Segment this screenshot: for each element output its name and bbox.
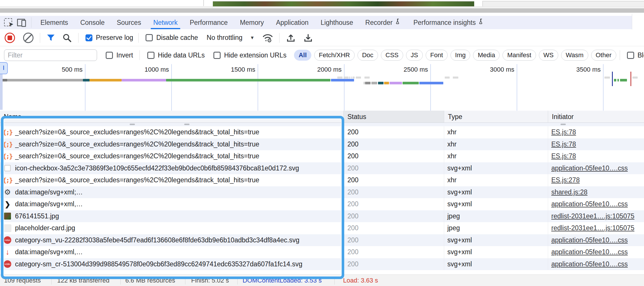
filter-funnel-icon[interactable] xyxy=(46,33,56,43)
waterfall-bar xyxy=(166,79,330,81)
initiator-link[interactable]: ES.js:78 xyxy=(551,128,576,136)
tab-recorder[interactable]: Recorder xyxy=(359,16,407,29)
xhr-icon: {;} xyxy=(4,129,11,136)
toolbar-separator xyxy=(279,33,280,43)
waterfall-bar xyxy=(419,82,443,84)
tab-network[interactable]: Network xyxy=(147,16,184,29)
table-row[interactable]: 676141551.jpg200jpegredlist-2031ee1….js:… xyxy=(0,210,644,222)
request-name-cell[interactable]: {;}_search?size=0&_source_excludes=range… xyxy=(0,138,343,151)
clear-icon[interactable] xyxy=(23,33,33,43)
device-toolbar-icon[interactable] xyxy=(17,18,27,27)
initiator-link[interactable]: ES.js:278 xyxy=(551,176,580,184)
type-cell: xhr xyxy=(444,126,548,138)
filter-chip-css[interactable]: CSS xyxy=(381,50,403,61)
page-divider-line xyxy=(203,0,204,6)
initiator-link[interactable]: application-05fee10….css xyxy=(551,248,628,256)
column-header-initiator[interactable]: Initiator xyxy=(548,111,644,123)
filter-chip-fetch-xhr[interactable]: Fetch/XHR xyxy=(314,50,355,61)
request-name-cell[interactable]: 676141551.jpg xyxy=(0,210,343,222)
waterfall-bar xyxy=(90,79,122,81)
request-name-cell[interactable]: icon-checkbox-3a52c3e73869f3e109c655ecfd… xyxy=(0,162,343,174)
request-name-cell[interactable]: placeholder-card.jpg xyxy=(0,222,343,234)
request-name-cell[interactable]: «CR»category-sm_cr-513004d399d988549578f… xyxy=(0,258,343,270)
disable-cache-label[interactable]: Disable cache xyxy=(156,34,198,42)
throttling-select[interactable]: No throttling xyxy=(207,34,243,42)
filter-chip-doc[interactable]: Doc xyxy=(358,50,378,61)
network-conditions-icon[interactable] xyxy=(262,33,273,43)
truncated-text-mark xyxy=(184,124,189,125)
tab-lighthouse[interactable]: Lighthouse xyxy=(314,16,359,29)
table-row[interactable]: «VU»category-sm_vu-22282f3038a5febe45df7… xyxy=(0,234,644,246)
tab-performance-insights[interactable]: Performance insights xyxy=(407,16,490,29)
export-har-icon[interactable] xyxy=(303,33,313,43)
devtools-drag-handle[interactable] xyxy=(0,8,644,13)
request-name-cell[interactable]: {;}_search?size=0&_source_excludes=range… xyxy=(0,174,343,186)
hide-data-urls-checkbox[interactable] xyxy=(147,52,155,59)
invert-checkbox[interactable] xyxy=(106,52,113,59)
filter-chip-img[interactable]: Img xyxy=(451,50,470,61)
xhr-icon-glyph: {;} xyxy=(3,177,12,184)
filter-chip-media[interactable]: Media xyxy=(473,50,500,61)
request-name: category-sm_vu-22282f3038a5febe45df7ead6… xyxy=(15,236,299,244)
filter-chip-other[interactable]: Other xyxy=(591,50,616,61)
chevron-down-icon[interactable]: ▼ xyxy=(250,35,255,40)
hide-extension-urls-checkbox[interactable] xyxy=(213,52,221,59)
blocked-response-label[interactable]: Blocked res xyxy=(638,51,644,59)
tab-application[interactable]: Application xyxy=(270,16,315,29)
tab-performance[interactable]: Performance xyxy=(184,16,234,29)
initiator-link[interactable]: redlist-2031ee1….js:105075 xyxy=(551,224,634,232)
hide-data-urls-label[interactable]: Hide data URLs xyxy=(158,51,205,59)
initiator-link[interactable]: ES.js:78 xyxy=(551,140,576,148)
request-name-cell[interactable]: «VU»category-sm_vu-22282f3038a5febe45df7… xyxy=(0,234,343,246)
table-row[interactable]: ❯data:image/svg+xml,…200svg+xmlapplicati… xyxy=(0,198,644,210)
column-header-name[interactable]: Name xyxy=(0,111,343,123)
table-row[interactable]: {;}_search?size=0&_source_excludes=range… xyxy=(0,126,644,138)
table-row[interactable]: ⚙data:image/svg+xml;…200svg+xmlshared.js… xyxy=(0,186,644,198)
table-row[interactable]: icon-checkbox-3a52c3e73869f3e109c655ecfd… xyxy=(0,162,644,174)
initiator-link[interactable]: application-05fee10….css xyxy=(551,236,628,244)
network-overview-timeline[interactable]: 500 ms1000 ms1500 ms2000 ms2500 ms3000 m… xyxy=(0,64,644,114)
search-icon[interactable] xyxy=(62,33,72,43)
request-name-cell[interactable]: ⚙data:image/svg+xml;… xyxy=(0,186,343,198)
invert-label[interactable]: Invert xyxy=(116,51,133,59)
request-name-cell[interactable]: {;}_search?size=0&_source_excludes=range… xyxy=(0,150,343,162)
filter-input[interactable] xyxy=(4,49,97,61)
table-row[interactable]: placeholder-card.jpg200jpegredlist-2031e… xyxy=(0,222,644,234)
preserve-log-checkbox[interactable] xyxy=(85,34,92,41)
request-name-cell[interactable]: ❯data:image/svg+xml,… xyxy=(0,198,343,210)
table-row[interactable]: {;}_search?size=0&_source_excludes=range… xyxy=(0,138,644,151)
filter-chip-js[interactable]: JS xyxy=(406,50,423,61)
filter-chip-ws[interactable]: WS xyxy=(539,50,558,61)
filter-chip-all[interactable]: All xyxy=(294,50,311,61)
initiator-link[interactable]: redlist-2031ee1….js:105075 xyxy=(551,212,634,220)
initiator-link[interactable]: application-05fee10….css xyxy=(551,164,628,172)
column-header-type[interactable]: Type xyxy=(444,111,548,123)
initiator-link[interactable]: application-05fee10….css xyxy=(551,200,628,208)
import-har-icon[interactable] xyxy=(286,33,296,43)
request-name-cell[interactable]: {;}_search?size=0&_source_excludes=range… xyxy=(0,126,343,138)
table-row[interactable]: {;}_search?size=0&_source_excludes=range… xyxy=(0,150,644,162)
table-row[interactable]: ↓data:image/svg+xml,…200svg+xmlapplicati… xyxy=(0,246,644,258)
tab-memory[interactable]: Memory xyxy=(234,16,270,29)
record-icon[interactable] xyxy=(5,33,15,43)
filter-chip-font[interactable]: Font xyxy=(426,50,448,61)
request-name-cell[interactable]: ↓data:image/svg+xml,… xyxy=(0,246,343,258)
initiator-link[interactable]: shared.js:28 xyxy=(551,188,587,196)
overview-left-handle[interactable] xyxy=(0,73,3,110)
inspect-element-icon[interactable]: ➤ xyxy=(3,18,13,27)
tab-sources[interactable]: Sources xyxy=(111,16,147,29)
disable-cache-checkbox[interactable] xyxy=(146,34,153,41)
blocked-response-checkbox[interactable] xyxy=(627,52,634,59)
timeline-gridline xyxy=(258,64,258,114)
column-header-status[interactable]: Status xyxy=(343,111,444,123)
tab-console[interactable]: Console xyxy=(74,16,111,29)
table-row[interactable]: {;}_search?size=0&_source_excludes=range… xyxy=(0,174,644,186)
hide-extension-urls-label[interactable]: Hide extension URLs xyxy=(224,51,286,59)
initiator-link[interactable]: application-05fee10….css xyxy=(551,260,628,268)
filter-chip-wasm[interactable]: Wasm xyxy=(561,50,588,61)
preserve-log-label[interactable]: Preserve log xyxy=(96,34,133,42)
initiator-link[interactable]: ES.js:78 xyxy=(551,152,576,160)
filter-chip-manifest[interactable]: Manifest xyxy=(502,50,536,61)
tab-elements[interactable]: Elements xyxy=(34,16,74,29)
table-row[interactable]: «CR»category-sm_cr-513004d399d988549578f… xyxy=(0,258,644,270)
